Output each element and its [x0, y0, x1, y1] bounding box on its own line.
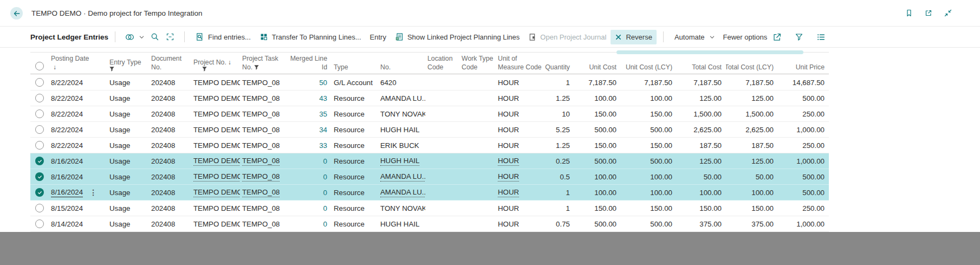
cell-no[interactable]: HUGH HAIL: [378, 126, 425, 134]
cell-type[interactable]: Resource: [332, 141, 378, 150]
cell-total_cost[interactable]: 7,187.50: [677, 79, 726, 87]
row-checkbox[interactable]: [35, 125, 44, 134]
cell-posting_date[interactable]: 8/15/2024: [49, 204, 107, 212]
table-row[interactable]: 8/22/2024Usage202408TEMPO DEMOTEMPO_0833…: [30, 138, 829, 153]
column-header-total_cost[interactable]: Total Cost: [677, 54, 726, 74]
cell-merged_line_id[interactable]: 33: [286, 141, 332, 150]
cell-quantity[interactable]: 1: [542, 189, 574, 197]
cell-entry_type[interactable]: Usage: [107, 173, 149, 181]
cell-total_cost[interactable]: 100.00: [677, 189, 726, 197]
focus-mode-button[interactable]: [163, 29, 178, 44]
cell-unit_cost_lcy[interactable]: 100.00: [621, 189, 677, 197]
cell-posting_date[interactable]: 8/16/2024: [49, 157, 107, 165]
cell-entry_type[interactable]: Usage: [107, 189, 149, 197]
cell-quantity[interactable]: 0.5: [542, 173, 574, 181]
cell-no[interactable]: TONY NOVAK: [378, 110, 425, 118]
cell-merged_line_id[interactable]: 43: [286, 94, 332, 102]
column-header-project_task_no[interactable]: Project TaskNo.: [240, 54, 286, 74]
row-context-menu-icon[interactable]: ⋮: [89, 189, 97, 196]
cell-type[interactable]: Resource: [332, 189, 378, 197]
cell-entry_type[interactable]: Usage: [107, 126, 149, 134]
cell-unit_price[interactable]: 250.00: [778, 110, 829, 118]
cell-no[interactable]: AMANDA LU...: [378, 188, 425, 197]
cell-unit_price[interactable]: 500.00: [778, 189, 829, 197]
cell-entry_type[interactable]: Usage: [107, 204, 149, 212]
cell-project_task_no[interactable]: TEMPO_08: [240, 79, 286, 87]
cell-no[interactable]: HUGH HAIL: [378, 220, 425, 228]
cell-total_cost_lcy[interactable]: 150.00: [726, 204, 778, 212]
row-checkbox-checked[interactable]: [35, 188, 44, 197]
cell-unit_cost[interactable]: 150.00: [574, 141, 621, 150]
cell-document_no[interactable]: 202408: [149, 94, 191, 102]
entry-menu-button[interactable]: Entry: [366, 30, 391, 44]
cell-document_no[interactable]: 202408: [149, 204, 191, 212]
cell-unit_cost_lcy[interactable]: 7,187.50: [621, 79, 677, 87]
cell-project_task_no[interactable]: TEMPO_08: [240, 220, 286, 228]
bookmark-icon[interactable]: [904, 8, 914, 18]
column-header-work_type_code[interactable]: Work TypeCode: [459, 54, 496, 74]
cell-merged_line_id[interactable]: 0: [286, 173, 332, 181]
cell-project_no[interactable]: TEMPO DEMO: [191, 157, 240, 166]
cell-total_cost_lcy[interactable]: 50.00: [726, 173, 778, 181]
cell-document_no[interactable]: 202408: [149, 173, 191, 181]
column-header-total_cost_lcy[interactable]: Total Cost (LCY): [726, 54, 778, 74]
select-all-checkbox[interactable]: [35, 62, 44, 70]
cell-project_no[interactable]: TEMPO DEMO: [191, 188, 240, 197]
cell-project_no[interactable]: TEMPO DEMO: [191, 94, 240, 102]
cell-project_no[interactable]: TEMPO DEMO: [191, 79, 240, 87]
cell-posting_date[interactable]: 8/16/2024⋮: [49, 188, 107, 197]
cell-unit_cost[interactable]: 500.00: [574, 220, 621, 228]
table-row[interactable]: 8/16/2024Usage202408TEMPO DEMOTEMPO_080R…: [30, 169, 829, 185]
cell-unit_cost[interactable]: 500.00: [574, 157, 621, 165]
cell-total_cost[interactable]: 187.50: [677, 141, 726, 150]
row-checkbox[interactable]: [35, 109, 44, 118]
cell-project_task_no[interactable]: TEMPO_08: [240, 188, 286, 197]
fewer-options-button[interactable]: Fewer options: [719, 30, 772, 44]
cell-unit_price[interactable]: 1,000.00: [778, 126, 829, 134]
cell-merged_line_id[interactable]: 35: [286, 110, 332, 118]
cell-posting_date[interactable]: 8/16/2024: [49, 173, 107, 181]
cell-project_task_no[interactable]: TEMPO_08: [240, 110, 286, 118]
cell-quantity[interactable]: 0.75: [542, 220, 574, 228]
cell-uom_code[interactable]: HOUR: [496, 204, 542, 212]
cell-unit_price[interactable]: 1,000.00: [778, 220, 829, 228]
cell-unit_cost_lcy[interactable]: 150.00: [621, 110, 677, 118]
cell-total_cost_lcy[interactable]: 125.00: [726, 94, 778, 102]
table-row[interactable]: 8/22/2024Usage202408TEMPO DEMOTEMPO_0850…: [30, 75, 829, 91]
row-checkbox[interactable]: [35, 94, 44, 102]
table-row[interactable]: 8/14/2024Usage202408TEMPO DEMOTEMPO_080R…: [30, 216, 829, 232]
cell-no[interactable]: ERIK BUCK: [378, 141, 425, 150]
show-linked-lines-button[interactable]: Show Linked Project Planning Lines: [391, 29, 524, 44]
cell-total_cost_lcy[interactable]: 375.00: [726, 220, 778, 228]
cell-merged_line_id[interactable]: 34: [286, 126, 332, 134]
table-row[interactable]: 8/22/2024Usage202408TEMPO DEMOTEMPO_0835…: [30, 106, 829, 122]
cell-project_no[interactable]: TEMPO DEMO: [191, 126, 240, 134]
cell-total_cost[interactable]: 125.00: [677, 94, 726, 102]
cell-document_no[interactable]: 202408: [149, 157, 191, 165]
column-header-entry_type[interactable]: Entry Type: [107, 54, 149, 74]
cell-quantity[interactable]: 1.25: [542, 94, 574, 102]
cell-project_task_no[interactable]: TEMPO_08: [240, 126, 286, 134]
cell-total_cost_lcy[interactable]: 187.50: [726, 141, 778, 150]
cell-posting_date[interactable]: 8/14/2024: [49, 220, 107, 228]
cell-posting_date[interactable]: 8/22/2024: [49, 126, 107, 134]
cell-unit_cost_lcy[interactable]: 100.00: [621, 173, 677, 181]
cell-project_task_no[interactable]: TEMPO_08: [240, 94, 286, 102]
cell-quantity[interactable]: 1: [542, 204, 574, 212]
cell-type[interactable]: Resource: [332, 110, 378, 118]
cell-unit_cost_lcy[interactable]: 150.00: [621, 141, 677, 150]
row-checkbox[interactable]: [35, 141, 44, 150]
column-header-unit_cost[interactable]: Unit Cost: [574, 54, 621, 74]
cell-total_cost[interactable]: 50.00: [677, 173, 726, 181]
cell-total_cost[interactable]: 150.00: [677, 204, 726, 212]
cell-no[interactable]: HUGH HAIL: [378, 157, 425, 166]
cell-unit_cost_lcy[interactable]: 500.00: [621, 157, 677, 165]
column-header-location_code[interactable]: LocationCode: [425, 54, 459, 74]
horizontal-scrollbar-thumb[interactable]: [616, 50, 803, 54]
cell-total_cost_lcy[interactable]: 100.00: [726, 189, 778, 197]
cell-merged_line_id[interactable]: 0: [286, 220, 332, 228]
cell-merged_line_id[interactable]: 0: [286, 204, 332, 212]
table-row[interactable]: 8/15/2024Usage202408TEMPO DEMOTEMPO_080R…: [30, 201, 829, 216]
cell-entry_type[interactable]: Usage: [107, 94, 149, 102]
cell-no[interactable]: 6420: [378, 79, 425, 87]
